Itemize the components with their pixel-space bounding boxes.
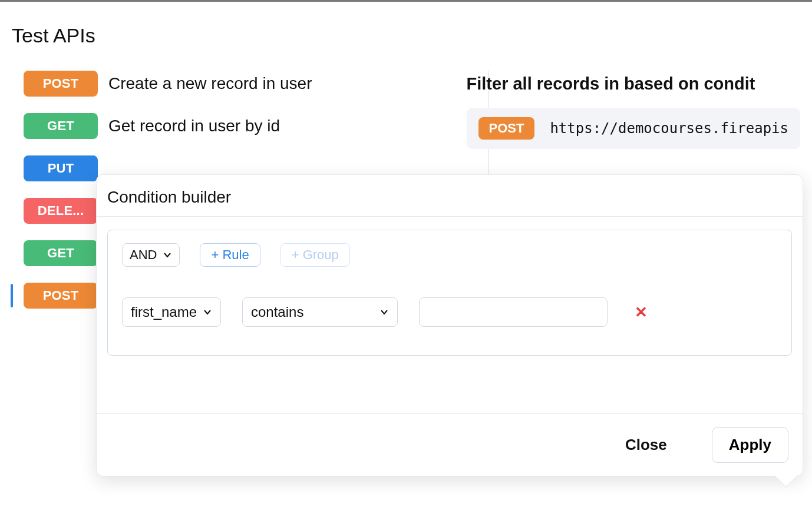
builder-area: AND + Rule + Group first_name	[97, 217, 803, 366]
endpoint-box: POST https://democourses.fireapis	[467, 108, 800, 149]
condition-builder-modal: Condition builder AND + Rule + Group	[96, 174, 803, 476]
method-badge: GET	[24, 113, 98, 139]
builder-toolbar: AND + Rule + Group	[122, 243, 777, 267]
add-group-label: + Group	[292, 247, 339, 263]
api-description: Create a new record in user	[108, 74, 312, 93]
close-button[interactable]: Close	[622, 435, 671, 455]
detail-title: Filter all records in based on condit	[467, 74, 800, 94]
apply-button[interactable]: Apply	[712, 427, 788, 463]
chevron-down-icon	[203, 307, 212, 317]
method-badge: POST	[24, 71, 98, 97]
api-list-item[interactable]: GETGet record in user by id	[24, 113, 449, 139]
modal-footer: Close Apply	[97, 413, 803, 476]
rule-row: first_name contains ✕	[122, 297, 777, 327]
apply-label: Apply	[729, 436, 771, 453]
close-label: Close	[625, 436, 667, 453]
method-badge: POST	[478, 117, 535, 140]
rule-operator-select[interactable]: contains	[242, 297, 398, 327]
combinator-select[interactable]: AND	[122, 243, 180, 267]
remove-rule-icon[interactable]: ✕	[635, 303, 648, 322]
add-rule-label: + Rule	[211, 247, 249, 263]
method-badge: DELE...	[24, 198, 98, 224]
method-badge: POST	[24, 283, 98, 309]
rule-field-value: first_name	[131, 304, 197, 320]
chevron-down-icon	[379, 307, 389, 317]
rule-operator-value: contains	[251, 304, 303, 320]
method-badge: GET	[24, 240, 98, 266]
endpoint-url: https://democourses.fireapis	[550, 120, 788, 137]
api-list-item[interactable]: POSTCreate a new record in user	[24, 71, 449, 97]
add-group-button[interactable]: + Group	[280, 243, 350, 267]
rule-field-select[interactable]: first_name	[122, 297, 221, 327]
add-rule-button[interactable]: + Rule	[200, 243, 260, 267]
modal-spacer	[97, 366, 803, 413]
rule-value-input[interactable]	[419, 297, 608, 327]
builder-box: AND + Rule + Group first_name	[107, 230, 792, 356]
method-badge: PUT	[24, 155, 98, 181]
chevron-down-icon	[163, 250, 172, 260]
page-title: Test APIs	[12, 24, 800, 47]
combinator-value: AND	[130, 247, 157, 263]
modal-title: Condition builder	[97, 175, 803, 216]
api-description: Get record in user by id	[108, 117, 280, 135]
